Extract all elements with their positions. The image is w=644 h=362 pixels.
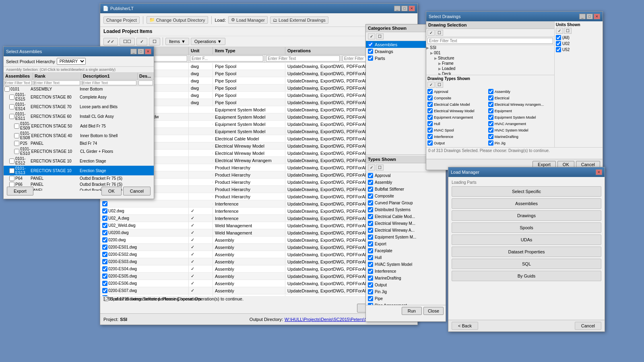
asm-row[interactable]: 0101-ES11 ERECTION STAGE 60 Install CL G…	[4, 111, 154, 121]
type-checkbox[interactable]	[368, 269, 373, 274]
asm-filter-des[interactable]	[138, 80, 153, 85]
asm-export-btn[interactable]: Export	[7, 187, 33, 195]
type-checkbox[interactable]	[368, 296, 373, 301]
dtype-checkbox[interactable]	[427, 115, 433, 120]
row-checkbox[interactable]	[102, 288, 107, 293]
asm-checkbox[interactable]	[14, 141, 19, 146]
type-checkbox[interactable]	[368, 173, 373, 178]
tree-item[interactable]: ▶Frame	[426, 61, 554, 66]
change-output-btn[interactable]: 📁 Change Output Directory	[147, 16, 208, 24]
types-select-all[interactable]: ✓	[368, 165, 375, 171]
type-item[interactable]: Distributed Systems	[366, 206, 446, 213]
drawing-type-item[interactable]: Assembly	[488, 88, 549, 95]
units-all-item[interactable]: (All)	[556, 35, 601, 41]
asm-checkbox[interactable]	[14, 149, 19, 154]
hierarchy-select[interactable]: PRIMARY	[57, 58, 86, 65]
asm-row[interactable]: 0101-ES14 ERECTION STAGE 70 Loose parts …	[4, 102, 154, 111]
category-checkbox[interactable]	[368, 42, 373, 47]
type-item[interactable]: Electrical Cable Mod...	[366, 213, 446, 220]
maximize-btn[interactable]: □	[401, 6, 408, 11]
type-item[interactable]: Curved Planar Group	[366, 200, 446, 206]
asm-filter-desc[interactable]	[82, 80, 136, 85]
type-checkbox[interactable]	[368, 303, 373, 305]
asm-row[interactable]: P25 PANEL Bkd Fr 74	[4, 140, 154, 146]
unit-item[interactable]: U52	[556, 47, 601, 53]
dtype-checkbox[interactable]	[488, 128, 493, 133]
drawing-type-item[interactable]: HVAC System Model	[488, 127, 549, 133]
type-checkbox[interactable]	[368, 200, 373, 206]
load-external-btn[interactable]: 🗂 Load External Drawings	[270, 16, 328, 24]
check-btn[interactable]: ✓	[136, 38, 147, 45]
dtype-checkbox[interactable]	[488, 102, 493, 107]
row-checkbox[interactable]	[102, 237, 107, 243]
drawing-type-item[interactable]: Equipment System Model	[488, 114, 549, 120]
asm-row[interactable]: 0101-ES08 ERECTION STAGE 40 Inner Bottom…	[4, 131, 154, 140]
asm-close-btn[interactable]: ✕	[145, 49, 151, 54]
type-item[interactable]: HVAC System Model	[366, 261, 446, 268]
tree-item[interactable]: ▶001	[426, 50, 554, 56]
type-checkbox[interactable]	[368, 276, 373, 281]
row-checkbox[interactable]	[102, 274, 107, 279]
row-checkbox[interactable]	[102, 281, 107, 286]
drw-max-btn[interactable]: □	[586, 14, 593, 19]
dtype-checkbox[interactable]	[427, 102, 433, 107]
type-item[interactable]: Assembly	[366, 179, 446, 186]
type-checkbox[interactable]	[368, 221, 373, 226]
select-all-btn[interactable]: ✓✓	[103, 38, 118, 45]
asm-checkbox[interactable]	[14, 133, 19, 138]
type-checkbox[interactable]	[368, 180, 373, 185]
dtype-checkbox[interactable]	[488, 89, 493, 94]
lm-action-btn[interactable]: Dataset Properties	[452, 247, 601, 257]
type-item[interactable]: Pipe Arrangement	[366, 302, 446, 305]
drawing-type-item[interactable]: Equipment Arrangement	[427, 114, 488, 120]
lm-action-btn[interactable]: Spools	[452, 222, 601, 233]
minimize-btn[interactable]: _	[394, 6, 400, 11]
drawing-type-item[interactable]: Equipment	[488, 108, 549, 114]
type-item[interactable]: Pin Jig	[366, 288, 446, 295]
dtype-checkbox[interactable]	[488, 121, 493, 126]
drawing-type-item[interactable]: MarineDrafting	[488, 134, 549, 140]
asm-checkbox[interactable]	[9, 168, 14, 173]
lm-action-btn[interactable]: UDAs	[452, 234, 601, 245]
type-checkbox[interactable]	[368, 207, 373, 212]
drawing-type-item[interactable]: Electrical Wireway Model	[427, 108, 488, 114]
lm-action-btn[interactable]: Drawings	[452, 210, 601, 221]
types-deselect-all[interactable]: ☐	[376, 165, 384, 171]
drw-select-all[interactable]: ✓	[427, 30, 435, 36]
asm-ok-btn[interactable]: OK	[101, 187, 122, 195]
type-item[interactable]: MarineDrafting	[366, 275, 446, 282]
drw-deselect-all[interactable]: ☐	[436, 30, 443, 36]
type-checkbox[interactable]	[368, 262, 373, 267]
drawing-type-item[interactable]: Electrical Wireway Arrangem...	[488, 101, 549, 107]
type-item[interactable]: Electrical Wireway A...	[366, 227, 446, 234]
tree-item[interactable]: ▶Deck	[426, 71, 554, 75]
row-checkbox[interactable]	[102, 245, 107, 250]
type-item[interactable]: Faceplate	[366, 247, 446, 254]
lm-back-btn[interactable]: < Back	[452, 322, 478, 330]
drawing-type-item[interactable]: Pin Jig	[488, 140, 549, 146]
unit-checkbox[interactable]	[556, 41, 561, 46]
cat-close-btn[interactable]: Close	[423, 307, 444, 315]
asm-checkbox[interactable]	[4, 86, 10, 92]
row-checkbox[interactable]	[102, 266, 107, 272]
drawing-type-item[interactable]: Approval	[427, 88, 488, 95]
drawing-type-item[interactable]: Composite	[427, 95, 488, 101]
type-item[interactable]: Bulbflat Stiffener	[366, 186, 446, 193]
dtype-checkbox[interactable]	[427, 95, 433, 101]
cat-deselect-all[interactable]: ☐	[376, 33, 384, 39]
type-checkbox[interactable]	[368, 187, 373, 192]
dtype-checkbox[interactable]	[427, 108, 433, 113]
type-checkbox[interactable]	[368, 289, 373, 294]
type-item[interactable]: Interference	[366, 268, 446, 275]
dtype-checkbox[interactable]	[488, 95, 493, 101]
unit-select-all[interactable]: ✓	[556, 28, 563, 34]
type-checkbox[interactable]	[368, 193, 373, 199]
dtype-select-all[interactable]: ✓	[427, 82, 435, 88]
deselect-all-btn[interactable]: ☐☐	[120, 38, 135, 45]
type-checkbox[interactable]	[368, 248, 373, 253]
row-checkbox[interactable]	[102, 230, 107, 235]
asm-checkbox[interactable]	[9, 158, 14, 164]
asm-checkbox[interactable]	[9, 114, 14, 119]
asm-row[interactable]: 0101-ES10 ERECTION STAGE 10 CL Girder + …	[4, 146, 154, 156]
type-checkbox[interactable]	[368, 241, 373, 247]
